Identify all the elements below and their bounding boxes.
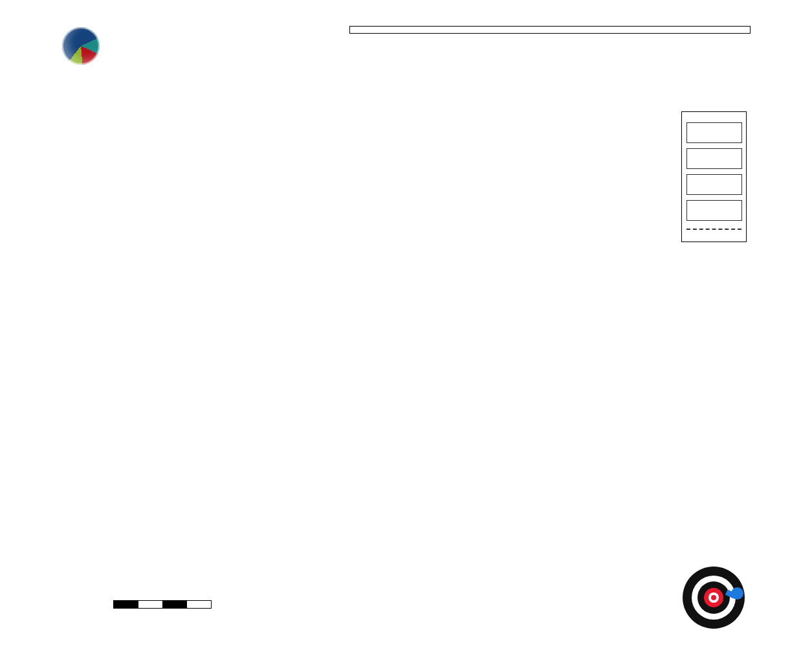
event-info-box [349,26,751,34]
legend-swatch-50-74 [686,174,742,195]
legend-swatch-0-24 [686,122,742,143]
legend-swatch-25-49 [686,148,742,169]
hsit-watermark-logo [666,549,770,647]
ingv-logo [62,27,107,65]
map [45,19,767,647]
legend-swatch-75-100 [686,200,742,221]
scalebar-segment [186,601,211,608]
scalebar-segment [162,601,186,608]
ingv-globe-icon [62,27,100,65]
scalebar [113,600,212,609]
target-ring-icon [711,595,716,600]
legend [681,111,747,242]
scalebar-segment [114,601,138,608]
megaphone-icon [731,587,743,600]
legend-separator [686,229,741,230]
scalebar-segment [138,601,162,608]
hsit-map-page [0,0,812,663]
